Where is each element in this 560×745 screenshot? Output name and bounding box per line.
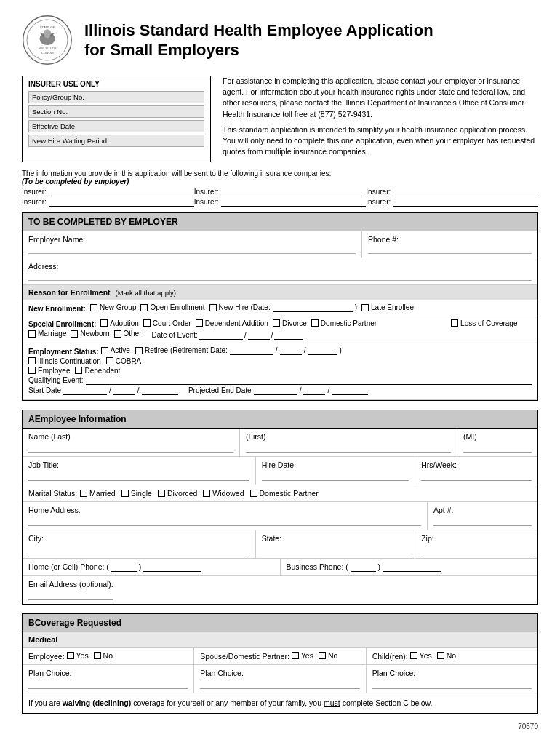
insurer-value-1[interactable] — [49, 188, 194, 196]
new-group-option[interactable]: New Group — [90, 303, 137, 311]
start-date-d[interactable] — [113, 386, 135, 395]
dependent-addition-option[interactable]: Dependent Addition — [196, 319, 268, 327]
job-title-value[interactable] — [28, 471, 249, 481]
employee-yes-checkbox[interactable] — [67, 652, 74, 659]
marriage-checkbox[interactable] — [28, 330, 36, 338]
insurer-value-2[interactable] — [221, 188, 367, 196]
new-group-checkbox[interactable] — [90, 304, 97, 311]
active-option[interactable]: Active — [101, 346, 130, 354]
married-option[interactable]: Married — [80, 489, 116, 498]
divorced-option[interactable]: Divorced — [158, 489, 197, 498]
end-date-d[interactable] — [303, 386, 325, 395]
apt-value[interactable] — [433, 516, 532, 526]
date-of-event-value[interactable] — [199, 331, 243, 340]
employee-yes-option[interactable]: Yes — [67, 651, 89, 660]
start-date-y[interactable] — [142, 386, 178, 395]
spouse-yes-checkbox[interactable] — [292, 652, 299, 659]
domestic-partner-marital-option[interactable]: Domestic Partner — [250, 489, 319, 498]
children-plan-value[interactable] — [372, 679, 532, 689]
business-phone-number[interactable] — [383, 562, 441, 572]
retiree-checkbox[interactable] — [135, 347, 143, 354]
city-value[interactable] — [28, 544, 249, 554]
spouse-no-option[interactable]: No — [319, 651, 337, 660]
retiree-option[interactable]: Retiree (Retirement Date: / / ) — [135, 346, 342, 355]
cobra-option[interactable]: COBRA — [106, 357, 142, 365]
hrs-week-value[interactable] — [421, 471, 532, 481]
loss-coverage-option[interactable]: Loss of Coverage — [451, 319, 517, 327]
widowed-checkbox[interactable] — [203, 490, 210, 497]
domestic-partner-option[interactable]: Domestic Partner — [311, 319, 377, 327]
insurer-value-5[interactable] — [221, 198, 367, 207]
adoption-option[interactable]: Adoption — [100, 319, 138, 327]
employee-option[interactable]: Employee — [28, 367, 70, 375]
policy-group-field[interactable]: Policy/Group No. — [28, 91, 204, 103]
spouse-yes-option[interactable]: Yes — [292, 651, 313, 660]
business-phone-area[interactable] — [351, 562, 376, 572]
other-checkbox[interactable] — [114, 330, 121, 338]
insurer-value-6[interactable] — [393, 198, 538, 207]
children-no-checkbox[interactable] — [437, 652, 444, 659]
single-option[interactable]: Single — [121, 489, 152, 498]
other-option[interactable]: Other — [114, 330, 142, 338]
end-date-y[interactable] — [332, 386, 368, 395]
domestic-partner-marital-checkbox[interactable] — [250, 490, 257, 497]
open-enrollment-checkbox[interactable] — [140, 304, 148, 311]
new-hire-checkbox[interactable] — [209, 304, 217, 311]
employee-checkbox[interactable] — [28, 367, 36, 374]
spouse-plan-value[interactable] — [200, 679, 359, 689]
retirement-date-m[interactable] — [230, 346, 273, 355]
divorce-option[interactable]: Divorce — [273, 319, 307, 327]
adoption-checkbox[interactable] — [100, 319, 108, 327]
dependent-addition-checkbox[interactable] — [196, 319, 203, 327]
name-last-value[interactable] — [28, 442, 233, 453]
loss-coverage-checkbox[interactable] — [451, 319, 458, 327]
date-of-event-value3[interactable] — [274, 331, 303, 340]
children-no-option[interactable]: No — [437, 651, 456, 660]
marriage-option[interactable]: Marriage — [28, 330, 66, 338]
divorced-checkbox[interactable] — [158, 490, 165, 497]
active-checkbox[interactable] — [101, 347, 108, 354]
children-yes-option[interactable]: Yes — [410, 651, 432, 660]
dependent-option[interactable]: Dependent — [75, 367, 120, 375]
late-enrollee-option[interactable]: Late Enrollee — [361, 303, 414, 311]
il-continuation-checkbox[interactable] — [28, 357, 36, 364]
date-of-event-value2[interactable] — [248, 331, 270, 340]
cobra-checkbox[interactable] — [106, 357, 113, 364]
home-phone-area[interactable] — [111, 562, 137, 572]
start-date-m[interactable] — [63, 386, 107, 395]
newborn-checkbox[interactable] — [71, 330, 78, 338]
new-hire-date[interactable] — [273, 303, 353, 312]
name-mi-value[interactable] — [463, 442, 532, 453]
home-address-value[interactable] — [28, 516, 421, 526]
spouse-no-checkbox[interactable] — [319, 652, 326, 659]
late-enrollee-checkbox[interactable] — [361, 304, 369, 311]
insurer-value-3[interactable] — [393, 188, 538, 196]
open-enrollment-option[interactable]: Open Enrollment — [140, 303, 204, 311]
home-phone-number[interactable] — [143, 562, 201, 572]
widowed-option[interactable]: Widowed — [203, 489, 244, 498]
end-date-m[interactable] — [254, 386, 297, 395]
dependent-checkbox[interactable] — [75, 367, 82, 374]
court-order-option[interactable]: Court Order — [143, 319, 191, 327]
qualifying-event-value[interactable] — [86, 376, 532, 385]
name-first-value[interactable] — [246, 442, 451, 453]
employee-plan-value[interactable] — [28, 679, 188, 689]
retirement-date-y[interactable] — [308, 346, 337, 355]
newborn-option[interactable]: Newborn — [71, 330, 109, 338]
employer-address-value[interactable] — [28, 271, 532, 281]
insurer-value-4[interactable] — [49, 198, 194, 207]
state-value[interactable] — [262, 544, 409, 554]
hire-date-value[interactable] — [262, 471, 409, 481]
employee-no-checkbox[interactable] — [94, 652, 101, 659]
court-order-checkbox[interactable] — [143, 319, 151, 327]
single-checkbox[interactable] — [121, 490, 129, 497]
new-hire-option[interactable]: New Hire (Date: ) — [209, 303, 357, 312]
new-hire-waiting-field[interactable]: New Hire Waiting Period — [28, 135, 204, 147]
domestic-partner-checkbox[interactable] — [311, 319, 319, 327]
effective-date-field[interactable]: Effective Date — [28, 120, 204, 132]
employer-phone-value[interactable] — [368, 244, 532, 254]
il-continuation-option[interactable]: Illinois Continuation — [28, 357, 101, 365]
retirement-date-d[interactable] — [280, 346, 302, 355]
divorce-checkbox[interactable] — [273, 319, 280, 327]
email-value[interactable] — [28, 590, 113, 600]
